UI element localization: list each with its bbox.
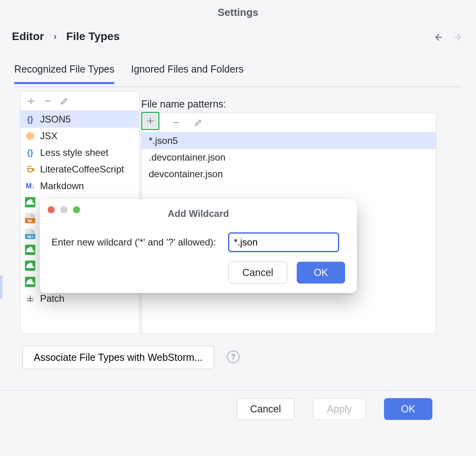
json5-icon: {} [25,114,35,125]
cancel-button[interactable]: Cancel [236,398,295,420]
minimize-icon [60,206,67,213]
patch-icon [25,293,35,304]
list-item-label: JSON5 [40,114,71,125]
page-title: Settings [0,6,476,19]
breadcrumb: Editor › File Types [12,30,120,43]
add-pattern-button[interactable] [143,114,157,128]
list-item[interactable]: LiterateCoffeeScript [20,161,139,178]
add-pattern-button-highlight [141,112,159,130]
list-item[interactable]: {} JSON5 [20,111,139,128]
mli-icon: MLI [25,229,35,239]
list-item[interactable]: devcontainer.json [142,166,436,182]
breadcrumb-root[interactable]: Editor [12,30,44,43]
less-icon: {} [25,148,35,158]
edit-file-type-button[interactable] [58,94,71,108]
zoom-icon[interactable] [73,206,80,213]
patterns-heading: File name patterns: [141,98,226,110]
ml-icon: ML [25,213,35,223]
list-item[interactable]: M↓ Markdown [20,178,139,194]
list-item-label: Patch [40,293,64,304]
edit-pattern-button[interactable] [192,116,205,129]
list-item-label: JSX [40,130,58,142]
dialog-prompt: Enter new wildcard ('*' and '?' allowed)… [52,237,216,248]
left-edge-indicator [0,275,2,299]
ocaml-icon [25,261,35,271]
dialog-title: Add Wildcard [40,208,357,219]
help-icon[interactable]: ? [227,351,240,363]
tab-ignored-files-folders[interactable]: Ignored Files and Folders [131,63,243,82]
dialog-cancel-button[interactable]: Cancel [228,262,287,284]
list-item[interactable]: .devcontainer.json [142,149,436,166]
ocaml-icon [25,245,35,255]
chevron-right-icon: › [54,31,57,42]
dialog-ok-button[interactable]: OK [297,262,345,284]
close-icon[interactable] [48,206,55,213]
markdown-icon: M↓ [25,181,35,191]
wildcard-input[interactable] [228,232,339,252]
patterns-list[interactable]: *.json5 .devcontainer.json devcontainer.… [142,132,436,182]
add-file-type-button[interactable] [24,94,38,108]
jsx-icon [25,131,35,141]
ocaml-icon [25,277,35,287]
apply-button: Apply [313,398,366,420]
associate-file-types-button[interactable]: Associate File Types with WebStorm... [22,346,214,369]
remove-file-type-button[interactable] [41,94,54,108]
svg-point-3 [29,135,31,137]
add-wildcard-dialog: Add Wildcard Enter new wildcard ('*' and… [40,199,357,293]
window-controls[interactable] [48,206,80,213]
list-item[interactable]: JSX [20,128,139,144]
list-item-label: LiterateCoffeeScript [40,164,124,175]
list-item[interactable]: *.json5 [142,132,436,149]
breadcrumb-current: File Types [66,30,120,43]
footer-separator [0,390,476,391]
nav-back-button[interactable] [432,32,443,43]
tabs: Recognized File Types Ignored Files and … [14,63,462,87]
list-item-label: Markdown [40,180,84,192]
coffeescript-icon [25,164,35,174]
list-item[interactable]: {} Less style sheet [20,144,139,161]
ocaml-icon [25,197,35,207]
list-item-label: Less style sheet [40,147,108,158]
ok-button[interactable]: OK [384,398,432,420]
nav-forward-button [453,32,464,43]
remove-pattern-button[interactable] [169,116,183,129]
tab-recognized-file-types[interactable]: Recognized File Types [14,63,114,84]
